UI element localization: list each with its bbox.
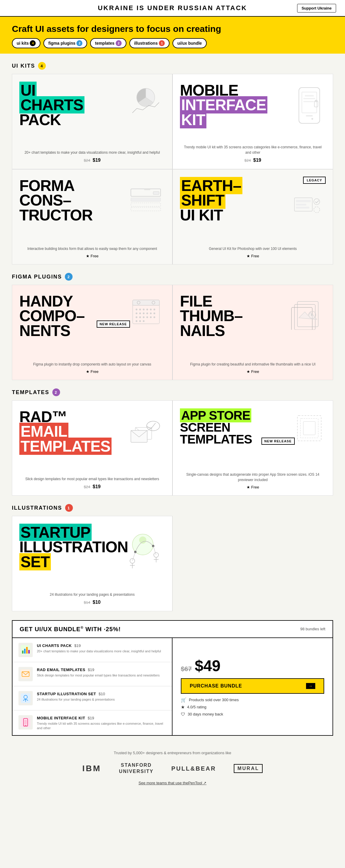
trusted-section: Trusted by 5,000+ designers & entreprene… — [0, 736, 345, 803]
section-badge: 4 — [38, 62, 46, 70]
filter-illustrations[interactable]: illustrations 1 — [129, 38, 170, 48]
svg-point-39 — [136, 316, 137, 318]
svg-rect-13 — [131, 207, 161, 211]
purchase-button[interactable]: Purchase Bundle → — [181, 678, 324, 694]
ui-kit-illustration — [293, 196, 323, 220]
superscript: ® — [80, 625, 83, 630]
svg-point-27 — [136, 309, 137, 310]
filter-ui-kits[interactable]: ui kits 4 — [12, 38, 40, 48]
product-footer: $24 $19 — [19, 158, 165, 163]
stars: ★ Free — [247, 485, 259, 489]
section-label: FIGMA PLUGINS — [12, 274, 62, 280]
support-button[interactable]: Support Ukraine — [297, 4, 336, 12]
bundle-item-name: STARTUP ILLUSTRATION SET $10 — [37, 691, 115, 696]
filter-badge: 4 — [30, 40, 36, 46]
svg-rect-74 — [24, 649, 26, 654]
bundle-price-row: $67 $49 — [181, 657, 220, 675]
filter-bundle[interactable]: ui/ux bundle — [172, 38, 206, 48]
section-badge: 2 — [53, 389, 60, 396]
title-word: UI KIT — [180, 207, 223, 224]
bundle-cta: $67 $49 Purchase Bundle → 🛒 Products sol… — [172, 638, 333, 736]
svg-rect-59 — [303, 422, 315, 435]
filter-figma-plugins[interactable]: figma plugins 2 — [43, 38, 87, 48]
bundle-item-name: MOBILE INTERFACE KIT $19 — [37, 715, 166, 720]
svg-rect-17 — [296, 200, 311, 202]
bundle-item-info: STARTUP ILLUSTRATION SET $10 24 illustra… — [37, 691, 115, 702]
bundle-item-icon — [19, 691, 33, 705]
product-illustration — [290, 297, 323, 331]
svg-point-42 — [146, 316, 148, 318]
old-price: $24 — [84, 158, 91, 163]
bundle-item: UI CHARTS PACK $19 20+ chart templates t… — [12, 638, 172, 662]
item-price: $10 — [99, 692, 105, 696]
svg-rect-11 — [131, 198, 161, 202]
logos-row: IBM StanfordUniversity PULL&BEAR MURAL — [12, 762, 333, 775]
svg-point-47 — [143, 320, 144, 322]
item-price: $19 — [88, 668, 94, 672]
bundle-item-icon — [19, 643, 33, 657]
product-card-startup-illustration: STARTUP ILLUSTRATION SET — [12, 516, 172, 611]
svg-line-65 — [153, 546, 156, 555]
filter-tags: ui kits 4 figma plugins 2 templates 2 il… — [12, 38, 333, 48]
svg-point-46 — [139, 320, 141, 322]
svg-point-61 — [139, 536, 146, 544]
purchase-btn-arrow: → — [306, 683, 315, 689]
svg-rect-85 — [24, 720, 27, 724]
bundle-item-name: UI CHARTS PACK $19 — [37, 643, 161, 648]
svg-point-38 — [153, 312, 155, 314]
bundle-perks: 🛒 Products sold over 300 times ★ 4.0/5 r… — [181, 697, 239, 717]
product-desc: Trendy mobile UI kit with 35 screens acr… — [180, 145, 326, 155]
item-desc: 24 illustrations for your landing pages … — [37, 697, 115, 702]
bundle-header: GET UI/UX BUNDLE® WITH ·25%! 98 bundles … — [12, 621, 333, 638]
templates-header: TEMPLATES 2 — [0, 380, 345, 400]
svg-rect-23 — [133, 300, 160, 305]
svg-rect-18 — [296, 204, 306, 206]
product-card-rad-email-templates: RAD™ EMAIL TEMPLATES Slick design templa… — [12, 400, 172, 496]
see-more-link[interactable]: See more teams that use thePenTool ↗ — [12, 781, 333, 797]
chart-illustration — [129, 86, 162, 116]
old-price: $14 — [84, 600, 91, 605]
figma-plugins-header: FIGMA PLUGINS 2 — [0, 265, 345, 285]
product-desc: General UI Kit for Photoshop with over 1… — [180, 246, 326, 251]
bundle-section: GET UI/UX BUNDLE® WITH ·25%! 98 bundles … — [12, 620, 333, 736]
item-name-text: UI CHARTS PACK — [37, 643, 72, 648]
startup-illustration — [124, 528, 162, 570]
product-footer: ★ Free — [180, 254, 326, 258]
new-price: $19 — [93, 158, 101, 163]
item-desc: 20+ chart templates to make your data vi… — [37, 649, 161, 654]
email-illustration — [129, 418, 162, 445]
illustration-icon — [20, 693, 31, 704]
product-footer: ★ Free — [19, 254, 165, 258]
star-icon: ★ — [181, 705, 185, 710]
phone-illustration — [296, 86, 323, 125]
bundle-title: GET UI/UX BUNDLE® WITH ·25%! — [20, 625, 121, 633]
product-footer: $14 $10 — [19, 600, 165, 605]
title-highlight: TEMPLATES — [19, 438, 111, 455]
title-highlight: SET — [19, 553, 51, 570]
item-name-text: STARTUP ILLUSTRATION SET — [37, 692, 96, 696]
item-desc: Slick design templates for most popular … — [37, 673, 160, 678]
logo-ibm: IBM — [82, 764, 101, 773]
filter-label: templates — [95, 41, 114, 45]
illustrations-header: ILLUSTRATIONS 1 — [0, 496, 345, 516]
product-card-mobile-interface-kit: MOBILE INTERFACE KIT Trendy mo — [172, 74, 333, 169]
svg-rect-57 — [298, 415, 321, 441]
svg-line-64 — [132, 552, 135, 561]
old-price: $24 — [84, 485, 91, 489]
item-desc: Trendy mobile UI kit with 35 screens acr… — [37, 721, 166, 731]
svg-rect-6 — [303, 101, 314, 102]
filter-templates[interactable]: templates 2 — [90, 38, 126, 48]
product-card-earth-shift-ui-kit: LEGACY EARTH– SHIFT UI KIT Gener — [172, 169, 333, 265]
title-word: NENTS — [19, 322, 70, 339]
section-label: ILLUSTRATIONS — [12, 505, 62, 511]
title-word: TRUCTOR — [19, 207, 93, 224]
app-store-illustration — [296, 412, 323, 442]
logo-stanford: StanfordUniversity — [119, 762, 153, 775]
bundle-item: RAD EMAIL TEMPLATES $19 Slick design tem… — [12, 662, 172, 686]
purchase-btn-label: Purchase Bundle — [190, 683, 242, 689]
svg-point-36 — [146, 312, 148, 314]
svg-point-21 — [314, 207, 320, 213]
bundle-item-icon — [19, 667, 33, 681]
bundle-item: MOBILE INTERFACE KIT $19 Trendy mobile U… — [12, 710, 172, 736]
perk-rating: ★ 4.0/5 rating — [181, 705, 239, 710]
